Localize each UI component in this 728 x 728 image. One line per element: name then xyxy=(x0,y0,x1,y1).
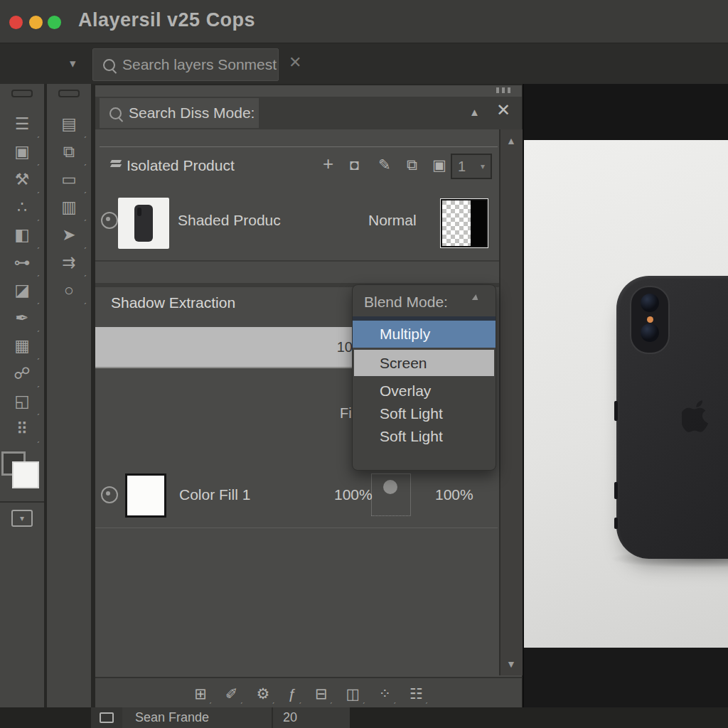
layer-list-icon[interactable]: ☷ xyxy=(410,685,423,702)
expand-dots-icon[interactable]: ⁘ xyxy=(378,685,391,702)
phone-image xyxy=(616,276,728,559)
contrast-square-tool-icon[interactable]: ◧ xyxy=(0,221,44,249)
scroll-down-icon[interactable]: ▼ xyxy=(506,658,516,670)
camera-flash-dot xyxy=(647,316,653,323)
mask-thumbnail[interactable] xyxy=(441,199,488,247)
camera-tool-icon[interactable]: ▣ xyxy=(0,138,44,166)
search-icon xyxy=(103,59,115,71)
panel-search-label: Search Diss Mode: xyxy=(129,105,255,122)
section-title: Shadow Extraction xyxy=(111,294,235,311)
folder-icon[interactable]: ▭ xyxy=(47,166,91,193)
layer-row[interactable]: Shaded Produc Normal xyxy=(95,186,522,259)
tool-column-1: ☰ ▣ ⚒ ∴ ◧ ⊶ ◪ ✒ ▦ ☍ ◱ ⠿ ▾ xyxy=(0,84,44,707)
nodes-tool-icon[interactable]: ∴ xyxy=(0,193,44,221)
clear-search-icon[interactable]: ✕ xyxy=(289,53,301,72)
wrench-tool-icon[interactable]: ⚒ xyxy=(0,166,44,193)
canvas-area[interactable] xyxy=(523,84,728,707)
blend-option-soft-light-2[interactable]: Soft Light xyxy=(353,425,496,448)
count-dropdown[interactable]: 1 ▾ xyxy=(451,154,492,179)
slider-value: 10 xyxy=(337,339,353,355)
status-value: 20 xyxy=(283,710,297,725)
new-layer-icon[interactable]: ◫ xyxy=(346,685,360,702)
top-toolbar: ▾ Search layers Sonmest ✕ xyxy=(0,43,728,84)
search-input[interactable]: Search layers Sonmest xyxy=(92,48,279,81)
pen-tool-icon[interactable]: ✒ xyxy=(0,304,44,332)
opacity-knob[interactable] xyxy=(371,473,411,516)
blend-option-overlay[interactable]: Overlay xyxy=(353,380,496,402)
cursor-icon[interactable]: ➤ xyxy=(47,221,91,249)
divider xyxy=(95,528,498,528)
image-adjust-tool-icon[interactable]: ◪ xyxy=(0,277,44,304)
layer-blend-mode[interactable]: Normal xyxy=(368,212,417,229)
archive-box-icon[interactable]: ▾ xyxy=(11,510,33,527)
tool-column-2: ▤ ⧉ ▭ ▥ ➤ ⇉ ○ xyxy=(47,84,91,707)
layer-group-row[interactable]: Isolated Product + ◘ ✎ ⧉ ▣ 1 ▾ xyxy=(95,148,522,185)
gear-icon[interactable]: ⚙ xyxy=(256,685,269,702)
duplicate-layers-icon[interactable]: ⧉ xyxy=(407,156,417,173)
close-traffic-light-icon[interactable] xyxy=(9,16,23,29)
phone-side-button xyxy=(614,482,618,499)
panel-menu-icon[interactable] xyxy=(496,87,510,93)
doc-name: Sean Frande xyxy=(135,710,209,725)
key-tool-icon[interactable]: ⊶ xyxy=(0,249,44,277)
framed-square-icon[interactable]: ▣ xyxy=(432,156,446,173)
layer-name: Color Fill 1 xyxy=(179,486,250,503)
layer-thumbnail[interactable] xyxy=(118,198,169,249)
blend-option-screen[interactable]: Screen xyxy=(354,350,494,376)
zoom-traffic-light-icon[interactable] xyxy=(48,16,61,29)
scroll-up-icon[interactable]: ▲ xyxy=(506,135,516,146)
opacity-value[interactable]: 100% xyxy=(334,486,373,503)
layer-name: Shaded Produc xyxy=(178,212,281,229)
duplicate-tool-icon[interactable]: ◱ xyxy=(0,387,44,415)
panel-header: Search Diss Mode: ▲ ✕ xyxy=(95,97,522,129)
fill-color-swatch[interactable] xyxy=(125,473,166,518)
visibility-eye-icon[interactable] xyxy=(101,486,118,503)
collapse-panel-icon[interactable]: ▲ xyxy=(469,106,480,118)
export-icon[interactable]: ⊟ xyxy=(315,685,328,702)
text-lines-tool-icon[interactable]: ☰ xyxy=(0,110,44,138)
cursor-pointer-icon xyxy=(472,294,480,303)
panel-scrollbar[interactable]: ▲ ▼ xyxy=(499,129,523,675)
panel-search-input[interactable]: Search Diss Mode: xyxy=(100,98,259,128)
grid-icon[interactable]: ⊞ xyxy=(194,685,207,702)
circle-tool-icon[interactable]: ○ xyxy=(47,277,91,304)
search-icon xyxy=(109,107,122,119)
path-pen-icon[interactable]: ✐ xyxy=(225,685,238,702)
panel-drag-handle[interactable] xyxy=(58,90,80,97)
close-panel-icon[interactable]: ✕ xyxy=(496,100,510,120)
divider xyxy=(95,260,522,262)
status-value-cell: 20 xyxy=(272,707,350,728)
panel-drag-handle[interactable] xyxy=(11,90,33,97)
stacked-squares-icon[interactable]: ⧉ xyxy=(47,138,91,166)
chevron-down-icon[interactable]: ▾ xyxy=(70,56,76,71)
clipped-label: Fi xyxy=(340,405,352,422)
visibility-eye-icon[interactable] xyxy=(101,212,118,229)
link-tool-icon[interactable]: ☍ xyxy=(0,360,44,387)
status-bar: Sean Frande 20 xyxy=(0,707,728,728)
fill-value[interactable]: 100% xyxy=(435,486,473,503)
image-panel-icon[interactable]: ▤ xyxy=(47,110,91,138)
grid-case-tool-icon[interactable]: ▦ xyxy=(0,332,44,360)
shadow-slider[interactable]: 10 xyxy=(95,327,354,368)
flow-lines-icon[interactable]: ⇉ xyxy=(47,249,91,277)
list-panel-icon[interactable]: ▥ xyxy=(47,193,91,221)
blend-mode-dropdown: Blend Mode: Multiply Screen Overlay Soft… xyxy=(352,284,496,471)
chevron-down-icon: ▾ xyxy=(481,161,485,171)
status-doc-name-cell: Sean Frande xyxy=(122,707,272,728)
background-color-swatch[interactable] xyxy=(12,461,39,488)
brush-icon[interactable]: ✎ xyxy=(378,156,391,173)
mask-icon[interactable]: ◘ xyxy=(350,156,359,173)
divider xyxy=(0,501,44,503)
fx-icon[interactable]: ƒ xyxy=(288,685,296,702)
blend-option-soft-light[interactable]: Soft Light xyxy=(353,402,496,425)
status-icon-cell[interactable] xyxy=(91,707,122,728)
minimize-traffic-light-icon[interactable] xyxy=(29,16,43,29)
group-layers-icon xyxy=(111,159,121,168)
layers-panel: Search Diss Mode: ▲ ✕ Isolated Product +… xyxy=(95,85,522,707)
selection-dots-tool-icon[interactable]: ⠿ xyxy=(0,415,44,443)
add-layer-icon[interactable]: + xyxy=(323,153,333,175)
blend-option-multiply[interactable]: Multiply xyxy=(353,321,496,348)
dropdown-title: Blend Mode: xyxy=(364,294,448,311)
color-fill-row[interactable]: Color Fill 1 100% 100% xyxy=(95,472,522,523)
thumbnail-phone-image xyxy=(134,205,153,242)
